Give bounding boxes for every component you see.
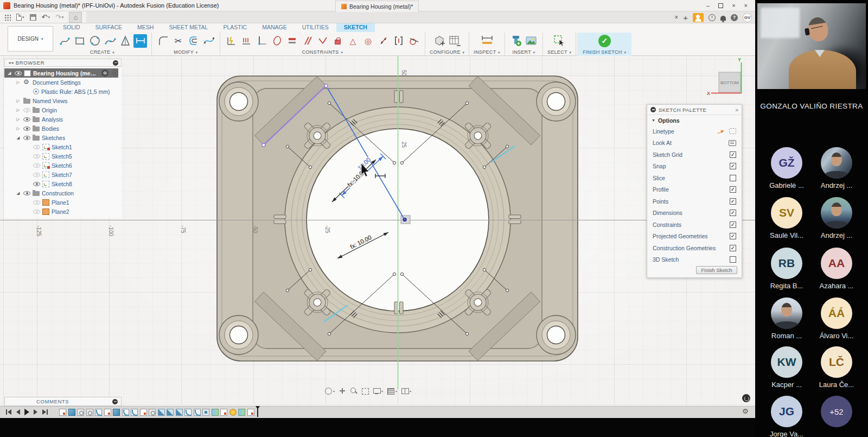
save-icon[interactable]: [30, 14, 36, 21]
ribbon-tab-solid[interactable]: SOLID: [55, 23, 88, 32]
configuration-cube-icon[interactable]: [433, 34, 446, 48]
undo-icon[interactable]: ↶▾: [42, 14, 50, 21]
linetype-construction-icon[interactable]: [729, 128, 736, 134]
participant-tile[interactable]: Andrzej ...: [806, 147, 867, 189]
timeline-feature-extrude[interactable]: [68, 409, 75, 416]
equal-constraint-icon[interactable]: [285, 34, 299, 48]
corner-hole[interactable]: [219, 82, 258, 121]
browser-item-sketch5[interactable]: Sketch5: [4, 151, 122, 161]
visibility-eye-icon[interactable]: [23, 191, 30, 195]
browser-item-plastic-rule-abs-1-5-mm[interactable]: Plastic Rule: ABS (1,5 mm): [4, 87, 122, 96]
display-settings-icon[interactable]: ▾: [373, 388, 383, 394]
cone-primitive-icon[interactable]: [118, 34, 132, 48]
timeline-feature-fillet[interactable]: [122, 409, 129, 416]
timeline-feature-bulb[interactable]: [229, 409, 237, 416]
origin-marker[interactable]: [401, 216, 410, 224]
data-panel-home-icon[interactable]: ⌂: [69, 12, 82, 23]
file-icon[interactable]: [16, 14, 22, 21]
sketch-palette-header[interactable]: SKETCH PALETTE »: [647, 105, 742, 115]
browser-item-sketch7[interactable]: Sketch7: [4, 170, 122, 179]
document-tab[interactable]: Bearing Housing (metal)*: [335, 1, 419, 12]
expander-icon[interactable]: ▷: [15, 117, 21, 122]
timeline-feature-sketch[interactable]: [104, 409, 111, 416]
chevron-down-icon[interactable]: ▼: [652, 118, 655, 122]
browser-item-sketch8[interactable]: Sketch8: [4, 179, 122, 188]
ribbon-tab-sketch[interactable]: SKETCH: [336, 23, 375, 32]
expander-icon[interactable]: ▷: [15, 107, 21, 112]
settings-gear-icon[interactable]: ⚙: [742, 407, 749, 415]
timeline-feature-hole[interactable]: [149, 409, 156, 416]
tangent-constraint-icon[interactable]: [407, 34, 420, 48]
ellipse-constraint-icon[interactable]: [270, 34, 284, 48]
job-status-clock-icon[interactable]: [709, 14, 716, 21]
design-workspace-dropdown[interactable]: DESIGN▾: [8, 26, 53, 52]
corner-hole[interactable]: [537, 82, 576, 121]
visibility-eye-icon[interactable]: [33, 200, 40, 205]
expander-icon[interactable]: ▷: [15, 80, 21, 85]
app-grid-icon[interactable]: [4, 14, 11, 21]
visibility-eye-icon[interactable]: [15, 71, 22, 75]
ground-badge-icon[interactable]: G: [101, 69, 108, 77]
fit-icon[interactable]: [361, 388, 369, 394]
timeline-feature-chamfer[interactable]: [167, 409, 174, 416]
timeline-feature-mirror[interactable]: [238, 409, 245, 416]
finish-sketch-group[interactable]: ✓ FINISH SKETCH ▾: [577, 33, 631, 58]
navigation-help-icon[interactable]: [742, 394, 750, 402]
timeline-feature-sketch[interactable]: [220, 409, 227, 416]
fillet-tool-icon[interactable]: [156, 34, 170, 48]
timeline-feature-corner[interactable]: [202, 409, 209, 416]
expander-icon[interactable]: ▷: [15, 98, 21, 103]
participant-tile[interactable]: AAAzahara ...: [806, 248, 867, 290]
vertical-horizontal-constraint-icon[interactable]: [255, 34, 269, 48]
checkbox-constraints[interactable]: ✓: [730, 221, 736, 228]
redo-icon[interactable]: ↷▾: [55, 14, 63, 21]
orbit-icon[interactable]: ▾: [324, 388, 335, 394]
browser-item-document-settings[interactable]: ▷Document Settings: [4, 78, 122, 87]
visibility-eye-icon[interactable]: [33, 182, 40, 186]
timeline-feature-hole[interactable]: [77, 409, 84, 416]
participant-tile[interactable]: +52: [806, 396, 867, 427]
grid-settings-icon[interactable]: ▾: [387, 388, 397, 394]
minimize-button[interactable]: –: [706, 2, 710, 9]
checkbox-construction-geometries[interactable]: ✓: [730, 245, 736, 251]
ribbon-tab-sheet-metal[interactable]: SHEET METAL: [161, 23, 215, 32]
visibility-eye-icon[interactable]: [33, 173, 40, 177]
browser-item-sketch6[interactable]: Sketch6: [4, 161, 122, 170]
auto-constrain-icon[interactable]: [240, 34, 253, 48]
help-icon[interactable]: ?: [731, 14, 738, 21]
perpendicular-constraint-icon[interactable]: [316, 34, 329, 48]
timeline-feature-hole[interactable]: [86, 409, 93, 416]
part-bearing-housing[interactable]: [217, 76, 578, 361]
collinear-constraint-icon[interactable]: [376, 34, 390, 48]
ribbon-tab-manage[interactable]: MANAGE: [254, 23, 295, 32]
timeline-feature-mirror[interactable]: [212, 409, 219, 416]
skip-end-icon[interactable]: [42, 409, 48, 416]
maximize-button[interactable]: [718, 3, 723, 8]
expander-icon[interactable]: ◢: [15, 135, 21, 140]
visibility-eye-icon[interactable]: [23, 108, 30, 112]
select-group-label[interactable]: SELECT ▾: [547, 49, 571, 55]
checkbox-snap[interactable]: ✓: [730, 163, 736, 169]
concentric-constraint-icon[interactable]: ◎: [361, 34, 375, 48]
finish-sketch-label[interactable]: FINISH SKETCH ▾: [583, 49, 626, 55]
triangle-constraint-icon[interactable]: △: [346, 34, 360, 48]
participant-tile[interactable]: LČLaura Če...: [806, 346, 867, 389]
pan-icon[interactable]: [339, 388, 346, 394]
share-close-icon[interactable]: ×: [744, 2, 748, 9]
sketch-dimension-tool-icon[interactable]: [133, 34, 147, 48]
collapse-panel-icon[interactable]: ◄◄: [8, 61, 13, 65]
close-button[interactable]: ×: [732, 2, 735, 9]
inspect-group-label[interactable]: INSPECT ▾: [474, 49, 500, 55]
step-forward-icon[interactable]: [34, 409, 37, 416]
expander-icon[interactable]: ◢: [7, 71, 12, 75]
create-group-label[interactable]: CREATE ▾: [90, 49, 114, 55]
finish-sketch-check-icon[interactable]: ✓: [598, 35, 611, 47]
checkbox-slice[interactable]: [730, 175, 736, 181]
configuration-table-icon[interactable]: [448, 34, 462, 48]
insert-fastener-icon[interactable]: [509, 34, 523, 48]
profile-avatar-icon[interactable]: [693, 13, 704, 22]
timeline-feature-chamfer[interactable]: [158, 409, 165, 416]
auto-dimension-icon[interactable]: [225, 34, 238, 48]
lock-constraint-icon[interactable]: [331, 34, 344, 48]
timeline-feature-sketch[interactable]: [140, 409, 147, 416]
